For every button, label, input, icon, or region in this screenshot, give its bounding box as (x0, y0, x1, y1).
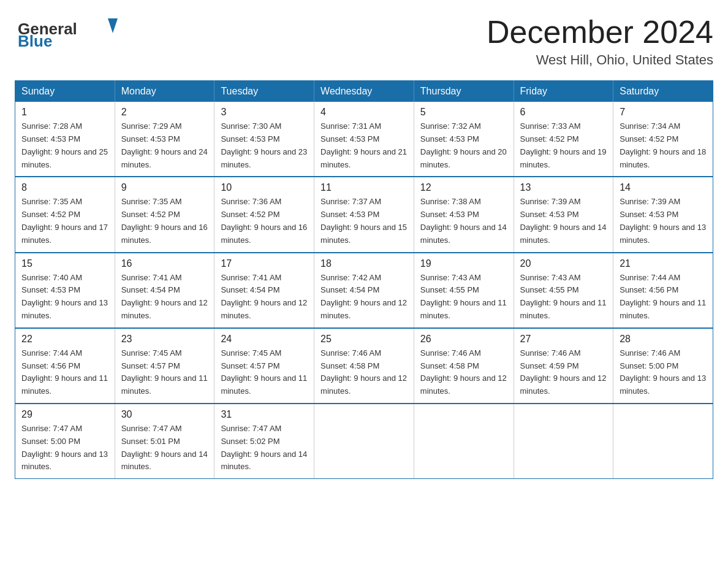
calendar-cell: 8Sunrise: 7:35 AMSunset: 4:52 PMDaylight… (15, 177, 115, 252)
day-info: Sunrise: 7:35 AMSunset: 4:52 PMDaylight:… (121, 196, 208, 247)
day-number: 30 (121, 409, 208, 420)
page-header: General Blue December 2024 West Hill, Oh… (15, 15, 713, 68)
day-of-week-header: Thursday (414, 81, 514, 102)
calendar-table: SundayMondayTuesdayWednesdayThursdayFrid… (15, 80, 713, 479)
calendar-cell: 2Sunrise: 7:29 AMSunset: 4:53 PMDaylight… (115, 102, 214, 177)
calendar-cell: 17Sunrise: 7:41 AMSunset: 4:54 PMDayligh… (214, 253, 314, 328)
calendar-cell (514, 404, 613, 479)
day-number: 6 (520, 107, 607, 118)
day-info: Sunrise: 7:44 AMSunset: 4:56 PMDaylight:… (620, 272, 707, 323)
day-number: 9 (121, 182, 208, 193)
day-info: Sunrise: 7:32 AMSunset: 4:53 PMDaylight:… (420, 120, 507, 171)
day-info: Sunrise: 7:42 AMSunset: 4:54 PMDaylight:… (320, 272, 408, 323)
day-number: 4 (320, 107, 408, 118)
day-info: Sunrise: 7:30 AMSunset: 4:53 PMDaylight:… (221, 120, 308, 171)
day-of-week-header: Wednesday (314, 81, 414, 102)
calendar-cell: 25Sunrise: 7:46 AMSunset: 4:58 PMDayligh… (314, 328, 414, 404)
day-number: 20 (520, 258, 607, 269)
calendar-cell: 19Sunrise: 7:43 AMSunset: 4:55 PMDayligh… (414, 253, 514, 328)
logo: General Blue (15, 15, 125, 48)
day-info: Sunrise: 7:46 AMSunset: 5:00 PMDaylight:… (620, 347, 707, 398)
day-info: Sunrise: 7:39 AMSunset: 4:53 PMDaylight:… (520, 196, 607, 247)
day-info: Sunrise: 7:40 AMSunset: 4:53 PMDaylight:… (21, 272, 108, 323)
day-info: Sunrise: 7:47 AMSunset: 5:00 PMDaylight:… (21, 423, 108, 473)
day-number: 11 (320, 182, 408, 193)
day-info: Sunrise: 7:47 AMSunset: 5:01 PMDaylight:… (121, 423, 208, 473)
day-number: 1 (21, 107, 108, 118)
calendar-cell: 3Sunrise: 7:30 AMSunset: 4:53 PMDaylight… (214, 102, 314, 177)
calendar-cell: 10Sunrise: 7:36 AMSunset: 4:52 PMDayligh… (214, 177, 314, 252)
title-section: December 2024 West Hill, Ohio, United St… (487, 15, 713, 68)
month-title: December 2024 (487, 15, 713, 50)
calendar-cell: 26Sunrise: 7:46 AMSunset: 4:58 PMDayligh… (414, 328, 514, 404)
calendar-cell (414, 404, 514, 479)
day-info: Sunrise: 7:39 AMSunset: 4:53 PMDaylight:… (620, 196, 707, 247)
day-number: 12 (420, 182, 507, 193)
calendar-cell (613, 404, 713, 479)
day-info: Sunrise: 7:46 AMSunset: 4:58 PMDaylight:… (420, 347, 507, 398)
calendar-cell: 21Sunrise: 7:44 AMSunset: 4:56 PMDayligh… (613, 253, 713, 328)
day-info: Sunrise: 7:28 AMSunset: 4:53 PMDaylight:… (21, 120, 108, 171)
calendar-cell: 22Sunrise: 7:44 AMSunset: 4:56 PMDayligh… (15, 328, 115, 404)
calendar-cell: 13Sunrise: 7:39 AMSunset: 4:53 PMDayligh… (514, 177, 613, 252)
day-info: Sunrise: 7:38 AMSunset: 4:53 PMDaylight:… (420, 196, 507, 247)
day-info: Sunrise: 7:43 AMSunset: 4:55 PMDaylight:… (520, 272, 607, 323)
day-number: 13 (520, 182, 607, 193)
day-number: 24 (221, 334, 308, 345)
calendar-week-row: 15Sunrise: 7:40 AMSunset: 4:53 PMDayligh… (15, 253, 713, 328)
calendar-cell: 5Sunrise: 7:32 AMSunset: 4:53 PMDaylight… (414, 102, 514, 177)
calendar-cell: 15Sunrise: 7:40 AMSunset: 4:53 PMDayligh… (15, 253, 115, 328)
day-of-week-header: Monday (115, 81, 214, 102)
calendar-header-row: SundayMondayTuesdayWednesdayThursdayFrid… (15, 81, 713, 102)
day-number: 10 (221, 182, 308, 193)
calendar-cell: 4Sunrise: 7:31 AMSunset: 4:53 PMDaylight… (314, 102, 414, 177)
day-number: 28 (620, 334, 707, 345)
day-info: Sunrise: 7:37 AMSunset: 4:53 PMDaylight:… (320, 196, 408, 247)
day-of-week-header: Friday (514, 81, 613, 102)
calendar-cell: 16Sunrise: 7:41 AMSunset: 4:54 PMDayligh… (115, 253, 214, 328)
day-of-week-header: Saturday (613, 81, 713, 102)
day-number: 2 (121, 107, 208, 118)
day-number: 14 (620, 182, 707, 193)
calendar-cell: 30Sunrise: 7:47 AMSunset: 5:01 PMDayligh… (115, 404, 214, 479)
day-of-week-header: Sunday (15, 81, 115, 102)
calendar-cell: 31Sunrise: 7:47 AMSunset: 5:02 PMDayligh… (214, 404, 314, 479)
day-number: 26 (420, 334, 507, 345)
day-info: Sunrise: 7:46 AMSunset: 4:59 PMDaylight:… (520, 347, 607, 398)
day-number: 25 (320, 334, 408, 345)
day-info: Sunrise: 7:34 AMSunset: 4:52 PMDaylight:… (620, 120, 707, 171)
day-info: Sunrise: 7:43 AMSunset: 4:55 PMDaylight:… (420, 272, 507, 323)
calendar-cell: 1Sunrise: 7:28 AMSunset: 4:53 PMDaylight… (15, 102, 115, 177)
calendar-cell: 11Sunrise: 7:37 AMSunset: 4:53 PMDayligh… (314, 177, 414, 252)
day-number: 15 (21, 258, 108, 269)
day-number: 19 (420, 258, 507, 269)
day-number: 18 (320, 258, 408, 269)
calendar-cell: 6Sunrise: 7:33 AMSunset: 4:52 PMDaylight… (514, 102, 613, 177)
day-number: 21 (620, 258, 707, 269)
day-info: Sunrise: 7:47 AMSunset: 5:02 PMDaylight:… (221, 423, 308, 473)
calendar-cell: 27Sunrise: 7:46 AMSunset: 4:59 PMDayligh… (514, 328, 613, 404)
day-number: 23 (121, 334, 208, 345)
day-number: 29 (21, 409, 108, 420)
day-number: 3 (221, 107, 308, 118)
day-number: 7 (620, 107, 707, 118)
calendar-cell (314, 404, 414, 479)
calendar-cell: 9Sunrise: 7:35 AMSunset: 4:52 PMDaylight… (115, 177, 214, 252)
calendar-cell: 28Sunrise: 7:46 AMSunset: 5:00 PMDayligh… (613, 328, 713, 404)
day-info: Sunrise: 7:35 AMSunset: 4:52 PMDaylight:… (21, 196, 108, 247)
logo-svg: General Blue (15, 15, 125, 48)
calendar-cell: 12Sunrise: 7:38 AMSunset: 4:53 PMDayligh… (414, 177, 514, 252)
day-info: Sunrise: 7:45 AMSunset: 4:57 PMDaylight:… (121, 347, 208, 398)
svg-marker-1 (108, 18, 118, 33)
day-of-week-header: Tuesday (214, 81, 314, 102)
day-info: Sunrise: 7:36 AMSunset: 4:52 PMDaylight:… (221, 196, 308, 247)
calendar-cell: 24Sunrise: 7:45 AMSunset: 4:57 PMDayligh… (214, 328, 314, 404)
day-number: 22 (21, 334, 108, 345)
day-info: Sunrise: 7:45 AMSunset: 4:57 PMDaylight:… (221, 347, 308, 398)
calendar-cell: 7Sunrise: 7:34 AMSunset: 4:52 PMDaylight… (613, 102, 713, 177)
day-info: Sunrise: 7:41 AMSunset: 4:54 PMDaylight:… (121, 272, 208, 323)
day-info: Sunrise: 7:44 AMSunset: 4:56 PMDaylight:… (21, 347, 108, 398)
day-info: Sunrise: 7:41 AMSunset: 4:54 PMDaylight:… (221, 272, 308, 323)
calendar-cell: 29Sunrise: 7:47 AMSunset: 5:00 PMDayligh… (15, 404, 115, 479)
day-number: 31 (221, 409, 308, 420)
